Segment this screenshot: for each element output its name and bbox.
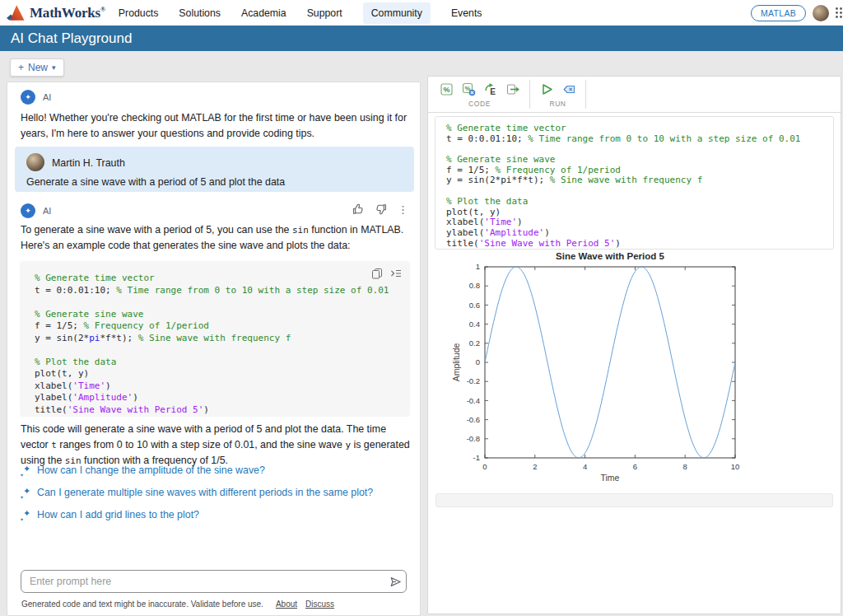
suggestion-link[interactable]: ✦✦ How can I change the amplitude of the… — [21, 464, 265, 476]
nav-item-events[interactable]: Events — [451, 2, 482, 24]
sparkle-icon: ✦✦ — [21, 487, 31, 498]
ai-sparkle-icon: ✦ — [21, 203, 35, 218]
clear-output-button[interactable] — [561, 81, 577, 97]
matlab-button[interactable]: MATLAB — [751, 5, 806, 21]
apps-grid-icon[interactable] — [835, 7, 843, 19]
svg-text:-0.8: -0.8 — [467, 434, 480, 443]
run-button[interactable] — [538, 81, 555, 97]
copy-code-icon[interactable] — [371, 268, 383, 279]
open-in-editor-button[interactable]: E — [482, 81, 499, 97]
chat-panel: ✦ AI Hello! Whether you're checking out … — [7, 82, 421, 616]
prompt-input[interactable] — [30, 576, 384, 587]
ai-message-header: ✦ AI — [21, 203, 51, 218]
sparkle-icon: ✦✦ — [21, 509, 31, 520]
ai-label: AI — [43, 92, 51, 102]
mathworks-logo[interactable]: MathWorks® — [7, 4, 105, 21]
plus-icon: + — [18, 62, 24, 73]
top-navbar: MathWorks® Products Solutions Academia S… — [0, 0, 843, 26]
ai-message-header: ✦ AI — [21, 90, 51, 105]
more-options-icon[interactable]: ⋮ — [398, 204, 408, 215]
send-button[interactable] — [384, 572, 406, 591]
svg-text:-0.6: -0.6 — [467, 415, 480, 424]
thumbs-down-icon[interactable] — [375, 203, 388, 216]
prompt-bar — [21, 570, 407, 593]
sparkle-icon: ✦✦ — [21, 464, 31, 476]
new-chat-button[interactable]: + New ▾ — [10, 58, 64, 77]
svg-text:0.6: 0.6 — [469, 301, 480, 310]
message-actions: ⋮ — [352, 203, 408, 216]
user-message: Martin H. Trauth Generate a sine wave wi… — [15, 147, 414, 192]
svg-text:0.2: 0.2 — [469, 338, 480, 348]
code-block-actions — [371, 268, 402, 279]
nav-links: Products Solutions Academia Support Comm… — [119, 2, 482, 24]
svg-text:Sine Wave with Period 5: Sine Wave with Period 5 — [556, 251, 664, 261]
svg-text:0: 0 — [476, 357, 480, 366]
export-code-button[interactable] — [505, 81, 521, 97]
svg-text:-0.2: -0.2 — [467, 376, 480, 385]
run-group-label: RUN — [549, 100, 566, 108]
svg-text:1: 1 — [476, 262, 480, 271]
svg-text:6: 6 — [633, 462, 637, 471]
chat-code-block: % Generate time vectort = 0:0.01:10; % T… — [20, 261, 410, 417]
editor-panel: % % E — [427, 76, 841, 614]
svg-text:2: 2 — [533, 462, 537, 471]
insert-into-editor-icon[interactable] — [390, 268, 402, 279]
svg-text:Time: Time — [601, 473, 620, 483]
copy-code-button[interactable]: % — [438, 81, 454, 97]
ai-response-intro: To generate a sine wave with a period of… — [21, 222, 411, 254]
ai-explanation: This code will generate a sine wave with… — [21, 422, 411, 469]
editor-code: % Generate time vectort = 0:0.01:10; % T… — [446, 124, 833, 249]
ai-label: AI — [43, 206, 51, 216]
svg-text:4: 4 — [583, 462, 587, 471]
svg-text:10: 10 — [731, 462, 740, 471]
output-status-bar — [435, 493, 833, 507]
clear-code-button[interactable]: % — [460, 81, 477, 97]
svg-text:0: 0 — [482, 462, 487, 471]
code-group: % % E — [433, 77, 526, 112]
discuss-link[interactable]: Discuss — [305, 600, 334, 609]
svg-text:-1: -1 — [473, 453, 480, 462]
toolbar-separator — [529, 80, 530, 109]
thumbs-up-icon[interactable] — [352, 203, 365, 216]
page-title: AI Chat Playground — [11, 30, 132, 47]
nav-item-community[interactable]: Community — [363, 2, 431, 24]
svg-text:-0.4: -0.4 — [467, 396, 480, 405]
chevron-down-icon: ▾ — [52, 63, 56, 72]
nav-item-academia[interactable]: Academia — [241, 2, 286, 24]
about-link[interactable]: About — [276, 600, 297, 609]
ai-greeting-text: Hello! Whether you're checking out MATLA… — [21, 110, 411, 142]
svg-text:8: 8 — [683, 462, 687, 471]
svg-text:E: E — [490, 86, 496, 96]
navbar-right: MATLAB — [751, 0, 843, 26]
user-name: Martin H. Trauth — [52, 157, 125, 169]
chat-code: % Generate time vectort = 0:0.01:10; % T… — [35, 273, 410, 416]
brand-wordmark: MathWorks® — [30, 5, 105, 21]
svg-text:0.4: 0.4 — [469, 320, 480, 329]
nav-item-solutions[interactable]: Solutions — [179, 2, 221, 24]
toolbar-separator — [585, 80, 586, 109]
ai-sparkle-icon: ✦ — [21, 90, 35, 105]
user-avatar — [26, 153, 44, 171]
page-header: AI Chat Playground — [0, 26, 843, 51]
editor-toolbar: % % E — [428, 77, 841, 113]
suggestion-link[interactable]: ✦✦ Can I generate multiple sine waves wi… — [21, 487, 373, 498]
mathworks-membrane-icon — [7, 4, 26, 21]
send-icon — [389, 575, 403, 589]
run-group: RUN — [533, 77, 582, 112]
sine-wave-plot: 10.80.60.40.20-0.2-0.4-0.6-0.8-10246810S… — [428, 248, 842, 488]
svg-text:0.8: 0.8 — [469, 281, 480, 290]
code-editor[interactable]: % Generate time vectort = 0:0.01:10; % T… — [435, 116, 834, 250]
nav-item-support[interactable]: Support — [307, 2, 342, 24]
suggestion-link[interactable]: ✦✦ How can I add grid lines to the plot? — [21, 509, 199, 520]
svg-text:%: % — [443, 85, 449, 93]
nav-item-products[interactable]: Products — [119, 2, 159, 24]
disclaimer: Generated code and text might be inaccur… — [21, 600, 334, 609]
svg-text:Amplitude: Amplitude — [451, 343, 461, 382]
profile-avatar[interactable] — [813, 5, 829, 21]
code-group-label: CODE — [468, 100, 491, 108]
user-message-text: Generate a sine wave with a period of 5 … — [26, 176, 285, 188]
